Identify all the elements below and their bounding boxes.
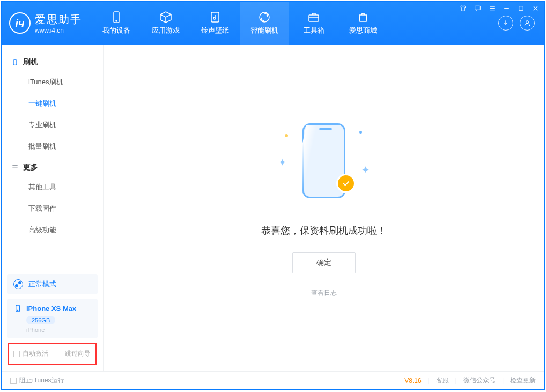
view-log-link[interactable]: 查看日志: [311, 289, 337, 298]
footer: 阻止iTunes运行 V8.16 | 客服 | 微信公众号 | 检查更新: [2, 371, 544, 389]
footer-link-wechat[interactable]: 微信公众号: [463, 376, 496, 385]
header: iч 爱思助手 www.i4.cn 我的设备 应用游戏 铃声壁纸 智能刷机: [2, 2, 544, 45]
feedback-icon[interactable]: [474, 5, 481, 12]
logo: iч 爱思助手 www.i4.cn: [2, 2, 92, 45]
svg-rect-8: [13, 60, 17, 65]
app-name: 爱思助手: [35, 12, 82, 27]
nav-store[interactable]: 爱思商城: [338, 2, 388, 45]
sidebar-bottom: 正常模式 iPhone XS Max 256GB iPhone 自动激活: [2, 269, 103, 371]
device-card[interactable]: iPhone XS Max 256GB iPhone: [7, 299, 98, 338]
checkbox-icon: [13, 351, 20, 357]
checkbox-icon: [56, 351, 62, 357]
svg-rect-6: [309, 15, 319, 21]
sidebar-item-download-firmware[interactable]: 下载固件: [2, 198, 103, 219]
body: 刷机 iTunes刷机 一键刷机 专业刷机 批量刷机 更多 其他工具 下载固件 …: [2, 45, 544, 371]
svg-point-3: [116, 20, 117, 21]
nav-toolbox[interactable]: 工具箱: [289, 2, 338, 45]
sidebar-item-oneclick-flash[interactable]: 一键刷机: [2, 93, 103, 114]
check-badge-icon: [336, 174, 356, 193]
window-controls: [460, 5, 539, 12]
logo-icon: iч: [9, 12, 31, 34]
checkbox-auto-activate[interactable]: 自动激活: [13, 349, 48, 358]
checkbox-label: 阻止iTunes运行: [19, 376, 64, 385]
sidebar-item-itunes-flash[interactable]: iTunes刷机: [2, 71, 103, 93]
checkbox-icon: [10, 378, 17, 384]
success-illustration: ✦✦: [278, 118, 370, 209]
footer-link-update[interactable]: 检查更新: [510, 376, 536, 385]
device-icon: [13, 304, 22, 313]
nav-label: 铃声壁纸: [201, 26, 229, 35]
sidebar-item-other-tools[interactable]: 其他工具: [2, 176, 103, 198]
minimize-icon[interactable]: [503, 5, 510, 12]
checkbox-label: 跳过向导: [65, 349, 91, 358]
app-window: iч 爱思助手 www.i4.cn 我的设备 应用游戏 铃声壁纸 智能刷机: [1, 1, 545, 390]
main-content: ✦✦ 恭喜您，保资料刷机成功啦！ 确定 查看日志: [104, 45, 544, 371]
checkbox-label: 自动激活: [23, 349, 48, 358]
ok-button[interactable]: 确定: [292, 252, 356, 273]
app-url: www.i4.cn: [35, 27, 82, 34]
svg-rect-0: [475, 6, 481, 10]
list-icon: [11, 164, 19, 171]
user-button[interactable]: [520, 16, 535, 31]
nav-label: 爱思商城: [349, 26, 377, 35]
footer-link-support[interactable]: 客服: [436, 376, 449, 385]
options-highlight-box: 自动激活 跳过向导: [8, 343, 97, 365]
maximize-icon[interactable]: [518, 5, 525, 12]
close-icon[interactable]: [532, 5, 539, 12]
menu-icon[interactable]: [489, 5, 496, 12]
svg-point-10: [17, 310, 18, 310]
sidebar-section-flash: 刷机: [2, 52, 103, 71]
sidebar-item-batch-flash[interactable]: 批量刷机: [2, 136, 103, 157]
nav-flash[interactable]: 智能刷机: [240, 2, 289, 45]
svg-rect-1: [519, 6, 523, 11]
success-message: 恭喜您，保资料刷机成功啦！: [261, 224, 387, 237]
nav-label: 智能刷机: [250, 26, 278, 35]
mode-card[interactable]: 正常模式: [7, 274, 98, 294]
sidebar-item-pro-flash[interactable]: 专业刷机: [2, 114, 103, 136]
sidebar-item-advanced[interactable]: 高级功能: [2, 219, 103, 241]
sidebar-section-title: 更多: [23, 162, 38, 172]
mode-icon: [13, 279, 23, 289]
device-name: iPhone XS Max: [26, 305, 76, 313]
svg-rect-4: [211, 12, 219, 22]
sidebar: 刷机 iTunes刷机 一键刷机 专业刷机 批量刷机 更多 其他工具 下载固件 …: [2, 45, 104, 371]
checkbox-block-itunes[interactable]: 阻止iTunes运行: [10, 376, 64, 385]
nav-my-device[interactable]: 我的设备: [92, 2, 141, 45]
nav-label: 应用游戏: [152, 26, 180, 35]
top-nav: 我的设备 应用游戏 铃声壁纸 智能刷机 工具箱 爱思商城: [92, 2, 388, 45]
download-button[interactable]: [498, 16, 513, 31]
checkbox-skip-guide[interactable]: 跳过向导: [56, 349, 91, 358]
mode-label: 正常模式: [28, 279, 56, 289]
nav-apps-games[interactable]: 应用游戏: [141, 2, 190, 45]
nav-label: 我的设备: [102, 26, 130, 35]
sidebar-section-more: 更多: [2, 157, 103, 176]
skin-icon[interactable]: [460, 5, 467, 12]
nav-label: 工具箱: [304, 26, 324, 35]
version-label: V8.16: [404, 377, 421, 384]
nav-ringtones[interactable]: 铃声壁纸: [190, 2, 240, 45]
device-capacity: 256GB: [26, 316, 55, 324]
svg-point-7: [526, 21, 529, 24]
device-type: iPhone: [26, 327, 91, 333]
phone-icon: [11, 58, 19, 66]
sidebar-section-title: 刷机: [23, 57, 38, 67]
